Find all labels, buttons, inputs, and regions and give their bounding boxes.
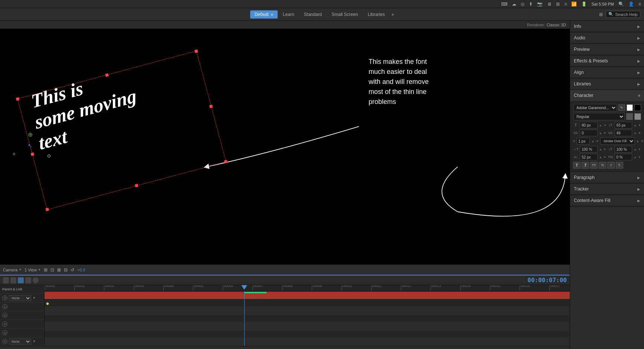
- char-leading-input[interactable]: [615, 122, 632, 128]
- char-hscale-input[interactable]: [580, 146, 598, 153]
- char-font-select[interactable]: Adobe Garamond...: [573, 104, 617, 111]
- style-btn-super[interactable]: T: [607, 162, 615, 169]
- char-baseline-input[interactable]: [580, 154, 598, 160]
- char-vscale-down[interactable]: ▼: [638, 148, 641, 151]
- char-leading-down[interactable]: ▼: [638, 124, 641, 127]
- track-icon-4[interactable]: ◎: [2, 322, 7, 327]
- section-audio-header[interactable]: Audio ▶: [570, 32, 644, 43]
- tab-default[interactable]: Default ≡: [250, 10, 278, 19]
- char-extra-input[interactable]: [615, 154, 632, 160]
- canvas-tools: ⊕ ↖: [28, 131, 33, 149]
- track-row-3: [45, 307, 570, 315]
- char-stroke-type-down[interactable]: ▼: [641, 140, 644, 143]
- timeline-tracks-container: Parent & Link ◎ None ▼ ◎ ◎: [0, 285, 570, 346]
- handle-tr[interactable]: [194, 49, 198, 53]
- menu-icon-search[interactable]: 🔍: [618, 1, 624, 7]
- char-stroke-down[interactable]: ▼: [596, 140, 599, 143]
- char-font-edit-icon[interactable]: ✎: [618, 104, 625, 111]
- char-hscale-up[interactable]: ▲: [599, 148, 602, 151]
- handle-bl[interactable]: [45, 208, 49, 211]
- menu-icon-list[interactable]: ≡: [638, 1, 641, 7]
- tl-icon-2[interactable]: [10, 277, 16, 283]
- char-kern-up[interactable]: ▲: [599, 131, 602, 135]
- char-color-stroke[interactable]: [634, 104, 641, 111]
- section-character-header[interactable]: Character ≡: [570, 90, 644, 101]
- section-tracker-header[interactable]: Tracker ▶: [570, 183, 644, 195]
- tab-small-screen[interactable]: Small Screen: [327, 10, 362, 19]
- handle-br[interactable]: [224, 160, 228, 163]
- char-stroke-type-up[interactable]: ▲: [636, 140, 639, 143]
- track-icon-3[interactable]: ◎: [2, 313, 7, 318]
- moving-text-wrapper[interactable]: This issome movingtext: [33, 77, 138, 141]
- char-size-up[interactable]: ▲: [599, 124, 602, 127]
- section-preview-header[interactable]: Preview ▶: [570, 44, 644, 55]
- char-vscale-input[interactable]: [615, 146, 632, 153]
- tl-icon-3[interactable]: [18, 277, 24, 283]
- char-vscale-up[interactable]: ▲: [634, 148, 637, 151]
- panel-toggle-icon[interactable]: ⊞: [599, 12, 603, 17]
- rotate-icon[interactable]: ↺: [71, 267, 74, 273]
- char-leading-up[interactable]: ▲: [634, 124, 637, 127]
- char-kern-down[interactable]: ▼: [604, 131, 607, 135]
- view-icon-4[interactable]: ⊟: [64, 267, 68, 273]
- search-help[interactable]: 🔍 Search Help: [606, 11, 640, 18]
- char-stroke-input[interactable]: [576, 138, 590, 144]
- handle-tl[interactable]: [16, 97, 20, 101]
- handle-mr[interactable]: [209, 105, 213, 108]
- timeline-scrollbar[interactable]: [0, 346, 570, 349]
- search-icon: 🔍: [608, 12, 614, 17]
- char-color-fill[interactable]: [627, 104, 633, 111]
- tl-icon-4[interactable]: [25, 277, 31, 283]
- tab-standard[interactable]: Standard: [300, 10, 327, 19]
- track-none-select-1[interactable]: None: [9, 295, 31, 301]
- char-size-down[interactable]: ▼: [604, 124, 607, 127]
- viewport[interactable]: This makes the fontmuch easier to dealwi…: [0, 29, 570, 264]
- style-btn-smallcaps[interactable]: Tt: [599, 162, 606, 169]
- char-color-swatch-1[interactable]: [626, 113, 633, 120]
- style-btn-italic[interactable]: T: [582, 162, 589, 169]
- more-tabs-icon[interactable]: »: [392, 12, 394, 17]
- view-icon-2[interactable]: ⊡: [50, 267, 54, 273]
- view-selector[interactable]: 1 View ▼: [24, 268, 41, 272]
- handle-ml[interactable]: [31, 153, 35, 156]
- style-btn-bold[interactable]: T: [573, 162, 581, 169]
- style-btn-sub[interactable]: T,: [616, 162, 623, 169]
- char-extra-up[interactable]: ▲: [634, 156, 637, 159]
- section-align-header[interactable]: Align ▶: [570, 67, 644, 78]
- track-none-select-2[interactable]: None: [9, 339, 31, 345]
- view-icon-3[interactable]: ⊠: [57, 267, 61, 273]
- char-baseline-up[interactable]: ▲: [599, 156, 602, 159]
- char-tracking-input[interactable]: [615, 130, 632, 136]
- style-btn-allcaps[interactable]: TT: [590, 162, 598, 169]
- track-solo-icon-2[interactable]: ◎: [2, 339, 7, 344]
- char-color-swatch-2[interactable]: [634, 113, 641, 120]
- tl-icon-1[interactable]: [3, 277, 9, 283]
- handle-bm[interactable]: [135, 184, 138, 187]
- tab-libraries[interactable]: Libraries: [363, 10, 389, 19]
- section-effects-presets-header[interactable]: Effects & Presets ▶: [570, 55, 644, 66]
- track-label-none-1[interactable]: ◎ None ▼: [0, 294, 44, 302]
- track-label-none-2[interactable]: ◎ None ▼: [0, 337, 44, 346]
- menu-icon-user[interactable]: 👤: [628, 1, 634, 7]
- char-baseline-down[interactable]: ▼: [604, 156, 607, 159]
- char-kern-input[interactable]: [580, 130, 598, 136]
- section-content-aware-fill-header[interactable]: Content-Aware Fill ▶: [570, 195, 644, 206]
- tl-icon-5[interactable]: [33, 277, 39, 283]
- char-style-select[interactable]: Regular: [573, 113, 625, 120]
- char-extra-down[interactable]: ▼: [638, 156, 641, 159]
- camera-selector[interactable]: Camera ▼: [3, 268, 22, 272]
- char-tracking-down[interactable]: ▼: [638, 131, 641, 135]
- section-libraries-header[interactable]: Libraries ▶: [570, 78, 644, 89]
- char-size-input[interactable]: [580, 122, 598, 128]
- char-stroke-type-select[interactable]: Stroke Over Fill: [600, 137, 635, 145]
- char-stroke-up[interactable]: ▲: [591, 140, 594, 143]
- section-info-header[interactable]: Info ▶: [570, 21, 644, 32]
- view-icon-1[interactable]: ⊞: [44, 267, 48, 273]
- tab-learn[interactable]: Learn: [278, 10, 299, 19]
- track-icon-2[interactable]: ◎: [2, 304, 7, 309]
- section-paragraph-header[interactable]: Paragraph ▶: [570, 172, 644, 183]
- char-tracking-up[interactable]: ▲: [634, 131, 637, 135]
- track-icon-5[interactable]: ◎: [2, 330, 7, 335]
- track-solo-icon-1[interactable]: ◎: [2, 296, 7, 301]
- char-hscale-down[interactable]: ▼: [604, 148, 607, 151]
